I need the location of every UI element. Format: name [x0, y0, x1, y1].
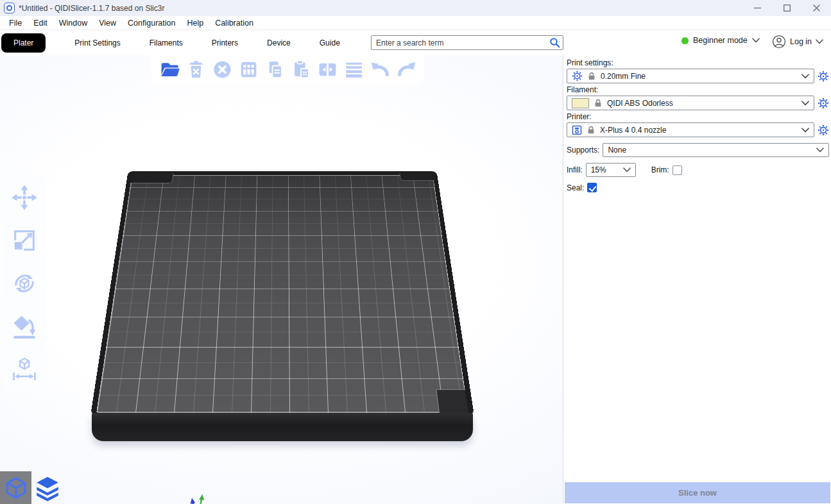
plater-toolbar [151, 55, 424, 85]
delete-all-icon [212, 59, 233, 80]
infill-combo[interactable]: 15% [586, 163, 636, 177]
tab-plater[interactable]: Plater [1, 33, 46, 53]
delete-all-button[interactable] [210, 57, 234, 81]
place-on-face-gizmo-button[interactable] [10, 312, 39, 340]
redo-button[interactable] [394, 57, 418, 81]
printer-icon [572, 125, 582, 135]
filament-combo[interactable]: QIDI ABS Odorless [567, 96, 814, 110]
search-box[interactable] [371, 35, 563, 50]
mode-status-dot [681, 37, 689, 44]
undo-button[interactable] [368, 57, 392, 81]
supports-combo[interactable]: None [603, 143, 829, 157]
chevron-down-icon [752, 38, 760, 43]
edit-print-settings-button[interactable] [818, 71, 829, 82]
maximize-button[interactable] [772, 0, 801, 16]
minimize-button[interactable] [742, 0, 772, 16]
chevron-down-icon [623, 167, 631, 172]
undo-icon [370, 59, 391, 80]
print-settings-combo[interactable]: 0.20mm Fine [567, 69, 814, 83]
mode-selector[interactable]: Beginner mode [681, 36, 760, 45]
filament-label: Filament: [567, 85, 829, 94]
chevron-down-icon [816, 39, 823, 44]
menu-item-edit[interactable]: Edit [28, 17, 53, 29]
print-bed-surface [96, 175, 468, 413]
place-on-face-icon [10, 312, 39, 340]
login-label: Log in [790, 37, 812, 46]
delete-icon [185, 59, 207, 80]
copy-icon [264, 59, 286, 80]
scale-icon [10, 226, 39, 255]
infill-value: 15% [591, 165, 619, 174]
print-settings-value: 0.20mm Fine [601, 72, 797, 81]
lock-icon [587, 125, 595, 135]
printer-label: Printer: [567, 112, 829, 121]
menu-item-file[interactable]: File [3, 17, 28, 29]
print-bed-body [92, 413, 473, 441]
delete-button[interactable] [184, 57, 208, 81]
slice-now-button[interactable]: Slice now [565, 482, 830, 503]
scale-gizmo-button[interactable] [10, 226, 39, 255]
measure-icon [10, 355, 39, 383]
open-button[interactable] [157, 57, 182, 81]
move-icon [10, 183, 39, 212]
layers-preview-icon [34, 475, 61, 501]
paste-button[interactable] [289, 57, 313, 81]
login-button[interactable]: Log in [772, 35, 823, 49]
seal-label: Seal: [567, 183, 584, 192]
search-input[interactable] [376, 38, 549, 47]
printer-combo[interactable]: X-Plus 4 0.4 nozzle [567, 122, 814, 137]
seal-checkbox[interactable] [587, 183, 597, 192]
filament-color-swatch [572, 98, 589, 108]
tab-filaments[interactable]: Filaments [150, 38, 183, 47]
brim-checkbox[interactable] [673, 165, 682, 175]
brim-label: Brim: [651, 165, 669, 174]
user-icon [772, 35, 786, 49]
tab-guide[interactable]: Guide [320, 38, 340, 47]
rotate-gizmo-button[interactable] [10, 269, 39, 298]
gizmo-toolbar [3, 174, 46, 392]
titlebar: *Untitled - QIDISlicer-1.1.7 based on Sl… [0, 0, 831, 16]
open-folder-icon [159, 59, 180, 80]
settings-sidebar: Print settings: 0.20mm Fine Filament: QI… [563, 55, 831, 504]
arrange-button[interactable] [236, 57, 261, 81]
measure-gizmo-button[interactable] [10, 355, 39, 383]
view-switcher [0, 471, 63, 504]
menu-item-help[interactable]: Help [181, 17, 209, 29]
app-logo-icon [4, 3, 15, 13]
menu-item-window[interactable]: Window [53, 17, 93, 29]
bed-clip-back-right [399, 173, 433, 181]
chevron-down-icon [816, 147, 824, 153]
window-title: *Untitled - QIDISlicer-1.1.7 based on Sl… [19, 4, 164, 13]
layers-preview-button[interactable] [31, 471, 63, 504]
supports-value: None [608, 146, 812, 155]
split-objects-button[interactable] [315, 57, 339, 81]
filament-value: QIDI ABS Odorless [607, 99, 797, 108]
menu-item-view[interactable]: View [93, 17, 122, 29]
edit-printer-button[interactable] [818, 124, 829, 136]
3d-viewport[interactable] [0, 55, 563, 504]
tab-printers[interactable]: Printers [212, 38, 238, 47]
3d-editor-view-button[interactable] [0, 471, 31, 504]
menu-item-configuration[interactable]: Configuration [122, 17, 181, 29]
printer-value: X-Plus 4 0.4 nozzle [600, 126, 797, 135]
variable-layer-height-button[interactable] [341, 57, 366, 81]
close-button[interactable] [801, 0, 831, 16]
variable-layer-height-icon [343, 59, 364, 80]
arrange-icon [238, 59, 259, 80]
chevron-down-icon [801, 128, 809, 133]
menu-item-calibration[interactable]: Calibration [209, 17, 259, 29]
copy-button[interactable] [262, 57, 287, 81]
chevron-down-icon [801, 74, 809, 79]
search-icon[interactable] [549, 37, 560, 48]
rotate-icon [10, 269, 39, 298]
lock-icon [594, 98, 603, 108]
move-gizmo-button[interactable] [10, 183, 39, 212]
print-bed[interactable] [96, 172, 468, 441]
print-settings-label: Print settings: [567, 58, 829, 67]
3d-editor-view-icon [3, 475, 30, 501]
tab-print-settings[interactable]: Print Settings [74, 38, 120, 47]
chevron-down-icon [801, 101, 809, 106]
edit-filament-button[interactable] [818, 97, 829, 109]
coordinate-axes [184, 489, 248, 504]
tab-device[interactable]: Device [267, 38, 291, 47]
